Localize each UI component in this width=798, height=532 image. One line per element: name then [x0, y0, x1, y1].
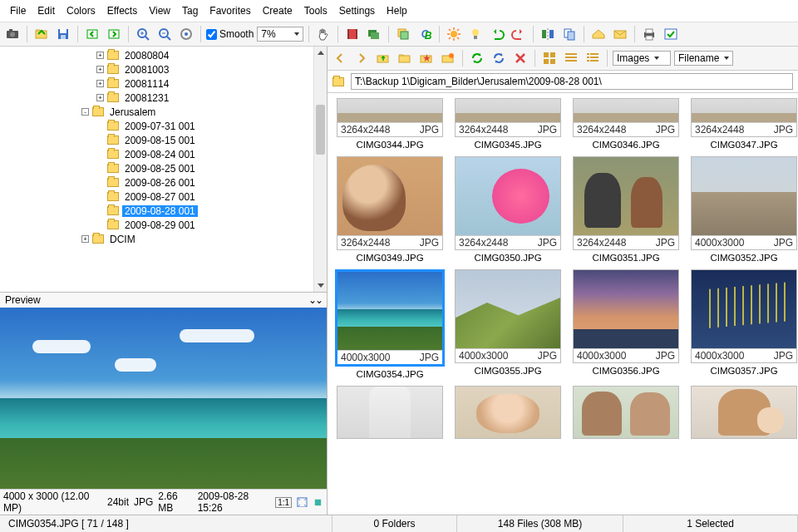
thumbnail-cell[interactable]: 3264x2448JPGCIMG0350.JPG	[454, 156, 562, 263]
menu-effects[interactable]: Effects	[102, 3, 142, 18]
tree-row[interactable]: 2009-08-29 001	[0, 218, 327, 232]
zoom-in-icon[interactable]	[134, 25, 152, 43]
path-input[interactable]	[351, 73, 793, 90]
sun-icon[interactable]	[445, 25, 463, 43]
copy-icon[interactable]	[560, 25, 579, 43]
tree-row[interactable]: 2009-07-31 001	[0, 119, 327, 133]
menu-help[interactable]: Help	[382, 3, 412, 18]
view-list-icon[interactable]	[562, 49, 580, 67]
menu-tools[interactable]: Tools	[299, 3, 332, 18]
svg-rect-8	[109, 30, 119, 38]
mail-icon[interactable]	[611, 25, 629, 43]
expand-icon[interactable]	[313, 496, 323, 508]
menu-favorites[interactable]: Favorites	[204, 3, 255, 18]
folder-tree[interactable]: +20080804+20081003+20081114+20081231-Jer…	[0, 47, 327, 248]
thumbnail-cell[interactable]: 4000x3000JPGCIMG0356.JPG	[572, 269, 680, 379]
view-detail-icon[interactable]	[584, 49, 602, 67]
layers-icon[interactable]	[394, 25, 412, 43]
svg-rect-49	[315, 499, 321, 505]
slideshow-icon[interactable]	[365, 25, 383, 43]
tree-row[interactable]: 2009-08-25 001	[0, 161, 327, 175]
thumbnail-cell[interactable]: 4000x3000JPGCIMG0355.JPG	[454, 269, 562, 379]
open-icon[interactable]	[32, 25, 51, 43]
thumbnail-cell[interactable]: 3264x2448JPGCIMG0351.JPG	[572, 156, 680, 263]
scanner-icon[interactable]	[589, 25, 608, 43]
film-icon[interactable]	[343, 25, 362, 43]
svg-rect-37	[474, 36, 477, 39]
menu-tag[interactable]: Tag	[177, 3, 203, 18]
tree-row[interactable]: 2009-08-28 001	[0, 204, 327, 218]
camera-icon[interactable]	[3, 25, 22, 43]
fit-icon[interactable]	[297, 496, 308, 508]
thumbnail-cell[interactable]: 3264x2448JPGCIMG0349.JPG	[336, 156, 444, 263]
thumbnail-cell[interactable]: 3264x2448JPGCIMG0346.JPG	[572, 98, 680, 150]
back-icon[interactable]	[331, 49, 349, 67]
tree-row[interactable]: 2009-08-24 001	[0, 147, 327, 161]
thumbnail-cell[interactable]	[572, 386, 680, 439]
redo-icon[interactable]	[510, 25, 528, 43]
zoom-select[interactable]: 7%	[257, 27, 303, 42]
tree-row[interactable]: +20081231	[0, 91, 327, 105]
thumbnail-cell[interactable]	[454, 386, 562, 439]
next-icon[interactable]	[105, 25, 123, 43]
zoom-out-icon[interactable]	[155, 25, 174, 43]
refresh-icon[interactable]	[468, 49, 486, 67]
refresh2-icon[interactable]	[490, 49, 508, 67]
save-icon[interactable]	[54, 25, 72, 43]
thumbnail-cell[interactable]: 3264x2448JPGCIMG0345.JPG	[454, 98, 562, 150]
preview-image	[0, 308, 327, 489]
view-large-icon[interactable]	[540, 49, 559, 67]
delete-icon[interactable]	[511, 49, 530, 67]
browser-toolbar: ★ Images Filename	[328, 47, 798, 71]
tree-row[interactable]: +20081114	[0, 76, 327, 91]
ratio-badge[interactable]: 1:1	[275, 497, 292, 508]
thumbnail-cell[interactable]	[336, 386, 444, 439]
main-toolbar: Smooth 7% CB	[0, 22, 798, 47]
menu-settings[interactable]: Settings	[334, 3, 380, 18]
tree-row[interactable]: 2009-08-27 001	[0, 190, 327, 204]
hand-icon[interactable]	[314, 25, 332, 43]
folder-up-icon[interactable]	[374, 49, 392, 67]
flip-h-icon[interactable]	[539, 25, 557, 43]
thumbnail-grid[interactable]: 3264x2448JPGCIMG0344.JPG3264x2448JPGCIMG…	[328, 93, 798, 515]
undo-icon[interactable]	[488, 25, 506, 43]
folder-star-icon[interactable]: ★	[417, 49, 436, 67]
folder-new-icon[interactable]	[439, 49, 457, 67]
tree-row[interactable]: +20081003	[0, 62, 327, 76]
check-icon[interactable]	[662, 25, 680, 43]
chevron-icon[interactable]: ⌄⌄	[308, 294, 322, 306]
path-bar	[328, 71, 798, 93]
svg-rect-61	[565, 57, 577, 58]
thumbnail-cell[interactable]	[690, 386, 798, 439]
menu-file[interactable]: File	[5, 3, 31, 18]
menu-view[interactable]: View	[144, 3, 175, 18]
svg-line-14	[167, 37, 170, 40]
menu-edit[interactable]: Edit	[32, 3, 60, 18]
prev-icon[interactable]	[83, 25, 101, 43]
print-icon[interactable]	[640, 25, 658, 43]
folder-icon[interactable]	[396, 49, 414, 67]
tree-row[interactable]: -Jerusalem	[0, 105, 327, 119]
smooth-checkbox[interactable]: Smooth	[206, 28, 254, 40]
tree-row[interactable]: +DCIM	[0, 232, 327, 246]
preview-infobar: 4000 x 3000 (12.00 MP) 24bit JPG 2.66 MB…	[0, 489, 327, 515]
view-select[interactable]: Images	[613, 51, 671, 66]
zoom-fit-icon[interactable]	[177, 25, 195, 43]
svg-line-34	[457, 29, 459, 31]
tree-row[interactable]: +20080804	[0, 48, 327, 62]
tree-scrollbar[interactable]	[313, 47, 327, 292]
forward-icon[interactable]	[352, 49, 371, 67]
svg-line-33	[457, 37, 459, 39]
thumbnail-cell[interactable]: 4000x3000JPGCIMG0354.JPG	[336, 269, 444, 379]
thumbnail-cell[interactable]: 3264x2448JPGCIMG0344.JPG	[336, 98, 444, 150]
cb-icon[interactable]: CB	[416, 25, 434, 43]
tree-row[interactable]: 2009-08-26 001	[0, 175, 327, 190]
bulb-icon[interactable]	[466, 25, 485, 43]
menu-colors[interactable]: Colors	[62, 3, 101, 18]
tree-row[interactable]: 2009-08-15 001	[0, 133, 327, 147]
thumbnail-cell[interactable]: 4000x3000JPGCIMG0352.JPG	[690, 156, 798, 263]
sort-select[interactable]: Filename	[674, 51, 733, 66]
menu-create[interactable]: Create	[258, 3, 298, 18]
thumbnail-cell[interactable]: 4000x3000JPGCIMG0357.JPG	[690, 269, 798, 379]
thumbnail-cell[interactable]: 3264x2448JPGCIMG0347.JPG	[690, 98, 798, 150]
